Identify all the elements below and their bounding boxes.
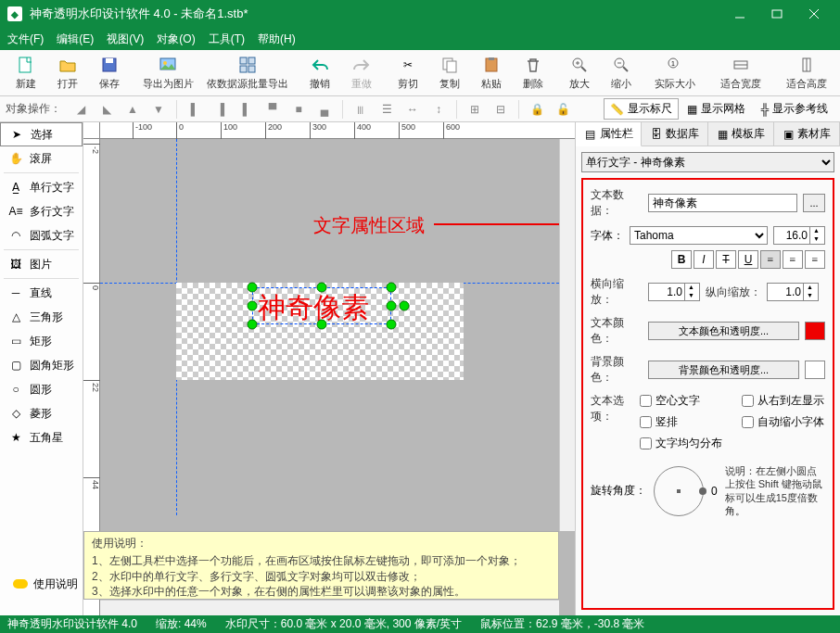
tool-single-text[interactable]: A̲单行文字: [0, 175, 83, 199]
save-button[interactable]: 保存: [89, 52, 130, 95]
hscale-input[interactable]: ▲▼: [648, 283, 700, 301]
align-top-icon[interactable]: ▀: [262, 99, 283, 120]
fontsize-up[interactable]: ▲: [809, 227, 822, 235]
opt-justify[interactable]: 文字均匀分布: [640, 436, 722, 451]
tool-select[interactable]: ➤选择: [0, 122, 83, 146]
layer-bottom-icon[interactable]: ▼: [148, 99, 169, 120]
open-button[interactable]: 打开: [47, 52, 88, 95]
tool-diamond[interactable]: ◇菱形: [0, 401, 83, 425]
textcolor-button[interactable]: 文本颜色和透明度...: [648, 322, 799, 340]
align-right-icon[interactable]: ▌: [236, 99, 257, 120]
new-button[interactable]: 新建: [6, 52, 46, 95]
tool-rect[interactable]: ▭矩形: [0, 329, 83, 353]
handle-e[interactable]: [387, 301, 397, 311]
show-guide-toggle[interactable]: ╬显示参考线: [754, 98, 834, 120]
tab-database[interactable]: 🗄数据库: [642, 122, 707, 146]
handle-w[interactable]: [248, 301, 258, 311]
close-button[interactable]: [795, 0, 833, 28]
font-select[interactable]: Tahoma: [630, 226, 768, 245]
cut-button[interactable]: ✂剪切: [388, 52, 428, 95]
redo-button[interactable]: 重做: [341, 52, 382, 95]
copy-button[interactable]: 复制: [429, 52, 470, 95]
ungroup-icon[interactable]: ⊟: [490, 99, 511, 120]
same-height-icon[interactable]: ↕: [428, 99, 449, 120]
same-width-icon[interactable]: ↔: [402, 99, 423, 120]
handle-rotate[interactable]: [400, 301, 410, 311]
layer-up-icon[interactable]: ◢: [70, 99, 91, 120]
lock-icon[interactable]: 🔒: [527, 99, 547, 120]
tool-multi-text[interactable]: A≡多行文字: [0, 199, 83, 223]
textdata-more-button[interactable]: ...: [803, 194, 825, 212]
tool-triangle[interactable]: △三角形: [0, 305, 83, 329]
delete-button[interactable]: 删除: [513, 52, 554, 95]
opt-hollow[interactable]: 空心文字: [640, 393, 723, 409]
show-ruler-toggle[interactable]: 📏显示标尺: [604, 98, 679, 120]
bgcolor-button[interactable]: 背景颜色和透明度...: [648, 361, 799, 379]
align-left-button[interactable]: ≡: [760, 250, 781, 269]
menu-help[interactable]: 帮助(H): [258, 32, 296, 47]
tool-star[interactable]: ★五角星: [0, 425, 83, 449]
tool-pan[interactable]: ✋滚屏: [0, 146, 83, 171]
fitwidth-button[interactable]: 适合宽度: [708, 52, 773, 95]
fitheight-button[interactable]: 适合高度: [774, 52, 839, 95]
layer-top-icon[interactable]: ▲: [122, 99, 143, 120]
tool-line[interactable]: ─直线: [0, 281, 83, 305]
align-right-button[interactable]: ≡: [805, 250, 825, 269]
horizontal-ruler[interactable]: -100 0 100 200 300 400 500 600: [100, 122, 575, 139]
tool-image[interactable]: 🖼图片: [0, 252, 83, 276]
fontsize-down[interactable]: ▼: [809, 235, 822, 244]
paste-button[interactable]: 粘贴: [471, 52, 512, 95]
canvas-area[interactable]: -100 0 100 200 300 400 500 600 -2 0 22 4…: [83, 122, 575, 615]
menu-edit[interactable]: 编辑(E): [57, 32, 94, 47]
align-left-icon[interactable]: ▌: [185, 99, 205, 120]
canvas[interactable]: 神奇像素 文字属性区域: [100, 139, 559, 515]
group-icon[interactable]: ⊞: [465, 99, 485, 120]
zoomout-button[interactable]: 缩小: [601, 52, 642, 95]
align-center-icon[interactable]: ▐: [210, 99, 231, 120]
textcolor-swatch[interactable]: [805, 322, 825, 340]
tool-circle[interactable]: ○圆形: [0, 377, 83, 401]
menu-tool[interactable]: 工具(T): [209, 32, 245, 47]
handle-nw[interactable]: [248, 283, 258, 293]
vscale-input[interactable]: ▲▼: [767, 283, 819, 301]
batch-export-button[interactable]: 依数据源批量导出: [201, 52, 294, 95]
distribute-h-icon[interactable]: ⫼: [350, 99, 371, 120]
unlock-icon[interactable]: 🔓: [553, 99, 573, 120]
menu-file[interactable]: 文件(F): [7, 32, 44, 47]
minimize-button[interactable]: [721, 0, 758, 28]
vertical-scrollbar[interactable]: [559, 139, 575, 531]
export-image-button[interactable]: 导出为图片: [135, 52, 200, 95]
distribute-v-icon[interactable]: ☰: [376, 99, 397, 120]
handle-ne[interactable]: [387, 283, 397, 293]
tool-arc-text[interactable]: ◠圆弧文字: [0, 223, 83, 247]
object-selector[interactable]: 单行文字 - 神奇像素: [581, 152, 834, 172]
handle-se[interactable]: [387, 320, 397, 330]
undo-button[interactable]: 撤销: [299, 52, 340, 95]
strike-button[interactable]: T: [716, 250, 736, 269]
opt-vertical[interactable]: 竖排: [640, 414, 723, 430]
tool-roundrect[interactable]: ▢圆角矩形: [0, 353, 83, 377]
underline-button[interactable]: U: [738, 250, 758, 269]
rotate-dial[interactable]: [654, 466, 704, 516]
show-grid-toggle[interactable]: ▦显示网格: [681, 98, 752, 120]
opt-rtl[interactable]: 从右到左显示: [742, 393, 825, 409]
sample-text-object[interactable]: 神奇像素: [258, 289, 369, 327]
help-hint-button[interactable]: 使用说明: [6, 572, 85, 596]
handle-sw[interactable]: [248, 320, 258, 330]
bgcolor-swatch[interactable]: [805, 361, 825, 379]
tab-templates[interactable]: ▦模板库: [708, 122, 774, 146]
menu-view[interactable]: 视图(V): [107, 32, 144, 47]
rotate-handle[interactable]: [699, 487, 706, 495]
actualsize-button[interactable]: 1实际大小: [643, 52, 707, 95]
zoomin-button[interactable]: 放大: [559, 52, 600, 95]
tab-assets[interactable]: ▣素材库: [774, 122, 840, 146]
tab-properties[interactable]: ▤属性栏: [576, 122, 642, 146]
bold-button[interactable]: B: [671, 250, 692, 269]
layer-down-icon[interactable]: ◣: [96, 99, 117, 120]
fontsize-input[interactable]: ▲▼: [773, 226, 825, 245]
align-middle-icon[interactable]: ■: [288, 99, 309, 120]
horizontal-scrollbar[interactable]: [100, 600, 559, 615]
menu-object[interactable]: 对象(O): [157, 32, 195, 47]
handle-s[interactable]: [317, 320, 327, 330]
handle-n[interactable]: [317, 283, 327, 293]
